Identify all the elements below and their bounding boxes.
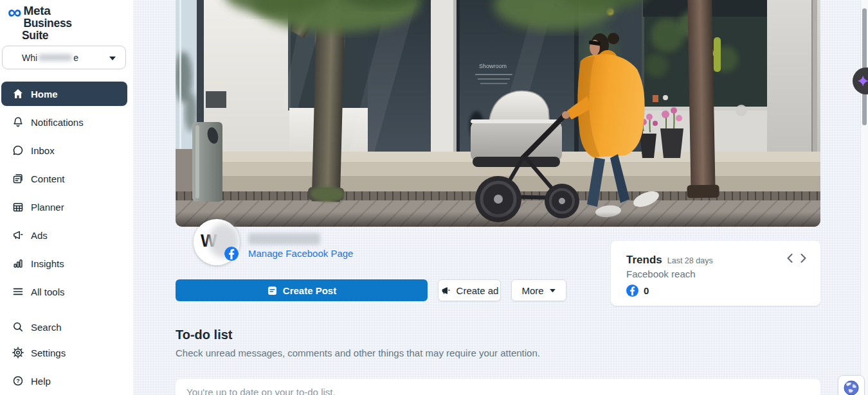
content-cards-icon [12,172,24,185]
sidebar-item-label: Planner [31,202,64,213]
meta-infinity-icon: ∞ [8,4,21,21]
sidebar-item-label: Search [31,322,62,333]
todo-empty-card: You're up to date on your to-do list. [176,379,820,395]
cover-photo: Showroom [176,0,820,227]
sidebar-item-ads[interactable]: Ads [1,223,127,247]
censored-page-name [248,233,320,245]
chevron-right-icon [800,254,806,263]
help-icon: ? [12,374,24,387]
chevron-down-icon [109,52,116,64]
language-selector-button[interactable] [838,375,865,395]
trends-next-button[interactable] [800,254,806,263]
sidebar: ∞ Meta Business Suite Whi e Home Not [0,0,133,395]
create-post-button[interactable]: Create Post [176,279,428,301]
sidebar-item-label: Settings [31,347,66,358]
megaphone-icon [440,285,451,296]
sidebar-item-notifications[interactable]: Notifications [1,110,127,134]
sidebar-item-label: Inbox [31,145,55,156]
globe-icon [843,380,860,395]
trends-metric: Facebook reach [626,268,805,279]
post-icon [267,285,278,296]
facebook-icon [626,285,638,297]
brand-line2: Business Suite [22,17,100,42]
facebook-icon [224,247,239,261]
sidebar-item-settings[interactable]: Settings [1,340,127,365]
sidebar-item-insights[interactable]: Insights [1,251,127,276]
todo-empty-message: You're up to date on your to-do list. [186,387,336,395]
bell-icon [12,116,24,128]
menu-lines-icon [12,285,24,298]
sidebar-item-label: All tools [31,286,65,297]
sparkles-icon [854,68,868,94]
sidebar-item-label: Help [31,376,51,387]
trends-prev-button[interactable] [787,254,793,263]
chat-bubble-icon [12,144,24,157]
sidebar-item-label: Ads [31,230,48,241]
brand-line1: Meta [8,4,100,17]
scrollbar-thumb[interactable] [862,8,867,125]
business-name-prefix: Whi [22,53,37,63]
sidebar-item-label: Home [31,89,58,100]
more-label: More [521,285,543,296]
more-button[interactable]: More [511,279,566,301]
storefront-sign-text: Showroom [479,63,507,69]
calendar-icon [12,200,24,213]
sidebar-item-inbox[interactable]: Inbox [1,138,127,162]
todo-list-title: To-do list [176,328,233,342]
manage-facebook-page-link[interactable]: Manage Facebook Page [248,248,353,259]
trends-title: Trends [626,254,662,267]
business-switcher[interactable]: Whi e [2,46,126,69]
trends-card: Trends Last 28 days Facebook reach 0 [611,241,820,306]
trends-period: Last 28 days [667,256,713,265]
sidebar-item-all-tools[interactable]: All tools [1,279,127,304]
meta-business-suite-logo: ∞ Meta Business Suite [8,4,100,42]
megaphone-icon [12,229,24,241]
ai-assistant-button[interactable] [853,67,868,94]
business-name: Whi e [22,53,78,63]
todo-list-subtitle: Check unread messages, comments and othe… [176,347,540,358]
sidebar-item-search[interactable]: Search [1,315,127,339]
sidebar-item-label: Notifications [31,117,84,128]
trash-bin-shape [192,122,222,202]
bar-chart-icon [12,257,24,270]
sidebar-item-label: Insights [31,258,64,269]
search-icon [12,320,24,333]
cover-photo-illustration: Showroom [176,0,820,227]
create-ad-button[interactable]: Create ad [438,279,501,301]
sidebar-item-label: Content [31,173,65,184]
sidebar-item-content[interactable]: Content [1,166,127,191]
sidebar-item-help[interactable]: ? Help [1,369,127,393]
sidebar-item-planner[interactable]: Planner [1,195,127,219]
sidebar-item-home[interactable]: Home [1,82,127,106]
chevron-left-icon [787,254,793,263]
create-post-label: Create Post [283,285,336,296]
svg-text:?: ? [16,378,20,384]
meta-business-suite-page: ∞ Meta Business Suite Whi e Home Not [0,0,868,395]
create-ad-label: Create ad [457,285,499,296]
business-name-suffix: e [73,53,78,63]
chevron-down-icon [549,288,556,293]
trends-facebook-value: 0 [644,285,649,296]
censored-business-name [39,54,72,61]
home-icon [12,87,24,100]
gear-icon [12,346,24,359]
